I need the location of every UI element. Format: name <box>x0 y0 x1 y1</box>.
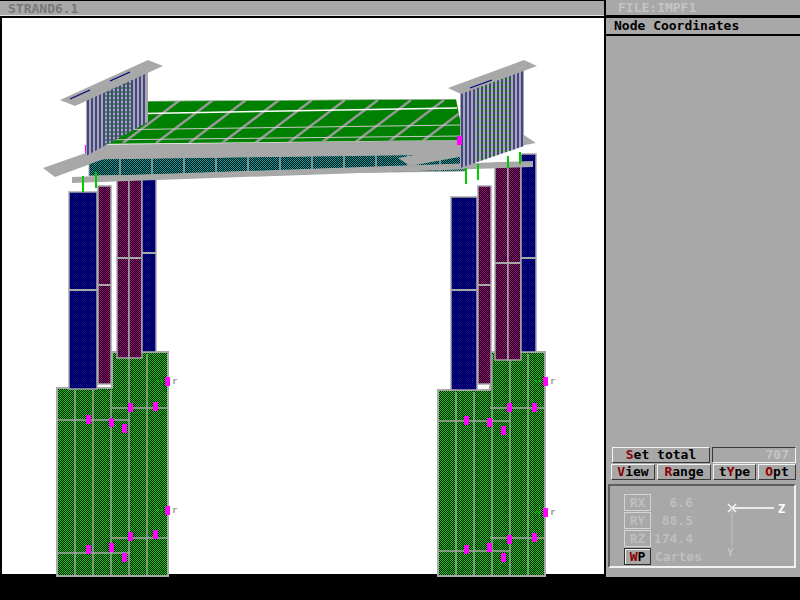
axis-indicator: Z Y <box>710 491 795 563</box>
type-button[interactable]: tYpe <box>713 464 756 480</box>
rz-value: 174.4 <box>635 530 693 547</box>
set-total-button[interactable]: Set total <box>612 447 710 463</box>
file-label: FILE:IMPF1 <box>618 0 696 15</box>
svg-text:r: r <box>172 376 178 386</box>
rotation-panel: RX 6.6 RY 88.5 RZ 174.4 WP Cartes Z Y <box>608 484 796 568</box>
options-button[interactable]: Opt <box>758 464 796 480</box>
set-total-label: et total <box>634 447 697 462</box>
svg-text:r: r <box>550 507 556 517</box>
z-axis-label: Z <box>778 502 785 516</box>
y-axis-label: Y <box>727 546 734 559</box>
wp-button[interactable]: WP <box>624 548 651 565</box>
panel-title-label: Node Coordinates <box>614 18 739 33</box>
total-count: 707 <box>766 447 789 462</box>
rx-value: 6.6 <box>635 494 693 511</box>
svg-text:r: r <box>550 376 556 386</box>
panel-title: Node Coordinates <box>606 18 800 36</box>
range-button[interactable]: Range <box>657 464 711 480</box>
view-button[interactable]: View <box>611 464 655 480</box>
bridge-columns <box>69 154 536 390</box>
set-total-value: 707 <box>712 447 796 463</box>
control-panel: FILE:IMPF1 Node Coordinates Set total 70… <box>606 0 800 577</box>
svg-text:r: r <box>172 505 178 515</box>
file-name-bar: FILE:IMPF1 <box>606 0 800 15</box>
set-total-hotkey: S <box>626 447 634 462</box>
ry-value: 88.5 <box>635 512 693 529</box>
